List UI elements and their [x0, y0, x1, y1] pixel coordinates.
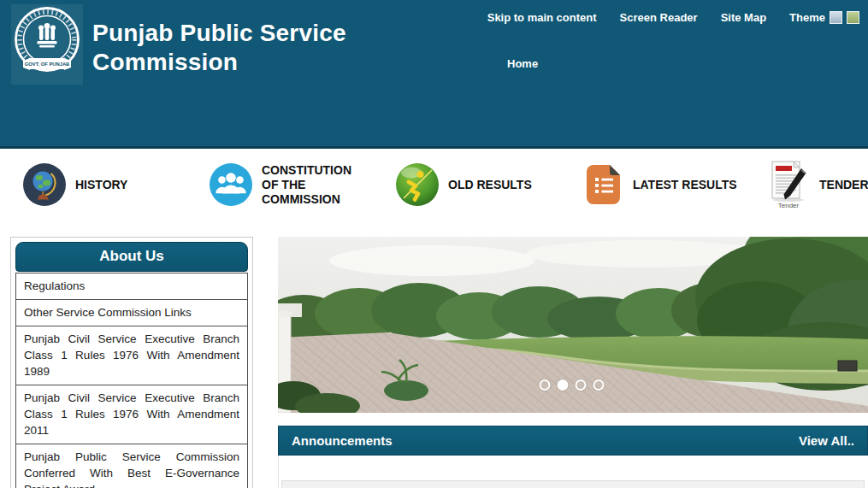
green-sphere-emblem-icon — [396, 163, 439, 206]
sidebar-list: Regulations Other Service Commission Lin… — [15, 273, 248, 488]
people-group-icon — [210, 163, 252, 206]
quick-link-label: OLD RESULTS — [448, 178, 532, 192]
quick-link-old-results[interactable]: OLD RESULTS — [396, 158, 532, 211]
quick-link-constitution[interactable]: CONSTITUTION OF THE COMMISSION — [210, 158, 363, 211]
announcement-row[interactable] — [281, 480, 865, 488]
homepage-carousel — [278, 237, 868, 413]
quick-links-band: HISTORY CONSTITUTION OF THE COMMISSION — [0, 151, 868, 232]
theme-swatch-green[interactable] — [847, 11, 859, 24]
tender-icon-caption: Tender — [778, 202, 799, 209]
sidebar-item-egovernance-award[interactable]: Punjab Public Service Commission Conferr… — [15, 444, 248, 488]
skip-to-main-content-link[interactable]: Skip to main content — [487, 11, 597, 24]
sidebar-item-regulations[interactable]: Regulations — [15, 273, 248, 300]
page-title: Punjab Public Service Commission — [92, 19, 357, 77]
quick-link-label: TENDER — [819, 178, 868, 192]
carousel-dot-3[interactable] — [575, 379, 586, 391]
sidebar-item-rules-1976-amendment-2011[interactable]: Punjab Civil Service Executive Branch Cl… — [15, 385, 248, 444]
about-us-sidebar: About Us Regulations Other Service Commi… — [10, 237, 253, 488]
carousel-dot-2-active[interactable] — [557, 379, 568, 391]
theme-swatch-blue[interactable] — [830, 11, 842, 24]
accessibility-nav: Skip to main content Screen Reader Site … — [487, 11, 859, 24]
quick-link-label: LATEST RESULTS — [633, 178, 737, 192]
nav-home-link[interactable]: Home — [507, 57, 538, 70]
theme-label: Theme — [789, 11, 825, 24]
pppsc-homepage: GOVT. OF PUNJAB Punjab Public Service Co… — [0, 0, 868, 488]
quick-link-label: HISTORY — [75, 178, 127, 192]
carousel-dot-4[interactable] — [593, 379, 604, 391]
view-all-link[interactable]: View All.. — [799, 433, 854, 448]
document-pen-icon — [767, 160, 810, 203]
globe-icon — [23, 163, 66, 206]
tender-icon-wrap: Tender — [767, 160, 810, 209]
sidebar-title: About Us — [15, 242, 248, 272]
announcements-title: Announcements — [292, 433, 393, 448]
logo-ribbon-text: GOVT. OF PUNJAB — [25, 62, 70, 67]
govt-of-punjab-emblem-logo[interactable]: GOVT. OF PUNJAB — [11, 4, 83, 85]
carousel-dots — [539, 379, 604, 391]
theme-switcher: Theme — [789, 11, 859, 24]
sidebar-item-rules-1976-amendment-1989[interactable]: Punjab Civil Service Executive Branch Cl… — [15, 326, 248, 385]
site-map-link[interactable]: Site Map — [721, 11, 766, 24]
announcements-header-bar: Announcements View All.. — [278, 426, 868, 456]
carousel-dot-1[interactable] — [539, 379, 550, 391]
quick-link-history[interactable]: HISTORY — [23, 158, 127, 211]
quick-link-label: CONSTITUTION OF THE COMMISSION — [262, 163, 363, 207]
emblem-logo-icon: GOVT. OF PUNJAB — [13, 5, 81, 84]
quick-link-latest-results[interactable]: LATEST RESULTS — [584, 158, 737, 211]
screen-reader-link[interactable]: Screen Reader — [620, 11, 698, 24]
sidebar-item-other-service-commission-links[interactable]: Other Service Commission Links — [15, 300, 248, 326]
orange-list-document-icon — [584, 163, 623, 206]
site-header: GOVT. OF PUNJAB Punjab Public Service Co… — [0, 0, 868, 149]
quick-link-tender[interactable]: Tender TENDER — [767, 158, 868, 211]
